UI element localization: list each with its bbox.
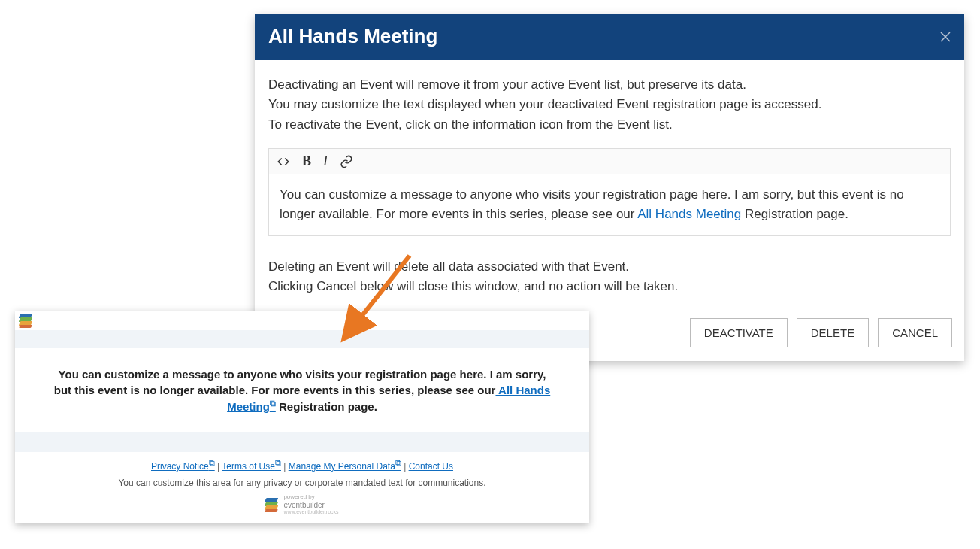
powered-text: powered by eventbuilder www.eventbuilder… — [283, 494, 338, 514]
powered-brand: eventbuilder — [283, 501, 338, 509]
bold-button[interactable]: B — [302, 153, 311, 169]
manage-data-link[interactable]: Manage My Personal Data⧉ — [289, 461, 401, 472]
powered-label: powered by — [283, 494, 338, 501]
link-button[interactable] — [340, 155, 353, 168]
post-line1: Deleting an Event will delete all data a… — [268, 257, 951, 277]
editor-text-after: Registration page. — [741, 207, 848, 221]
separator: | — [215, 461, 222, 472]
external-link-icon: ⧉ — [275, 458, 281, 467]
contact-link[interactable]: Contact Us — [409, 461, 453, 472]
editor-toolbar: B I — [269, 149, 950, 174]
footer-disclaimer: You can customize this area for any priv… — [23, 478, 582, 488]
eventbuilder-logo-icon — [265, 498, 279, 511]
preview-footer: Privacy Notice⧉ | Terms of Use⧉ | Manage… — [15, 452, 589, 523]
post-line2: Clicking Cancel below will close this wi… — [268, 277, 951, 296]
external-link-icon: ⧉ — [270, 399, 276, 408]
external-link-icon: ⧉ — [395, 458, 401, 467]
registration-preview: You can customize a message to anyone wh… — [15, 311, 589, 523]
preview-topbar — [15, 311, 589, 330]
preview-text-before: You can customize a message to anyone wh… — [54, 368, 546, 396]
intro-line3: To reactivate the Event, click on the in… — [268, 115, 951, 135]
link-icon — [340, 155, 353, 168]
preview-band-top — [15, 330, 589, 348]
modal-body: Deactivating an Event will remove it fro… — [255, 60, 964, 308]
deactivate-modal: All Hands Meeting Deactivating an Event … — [255, 14, 964, 361]
privacy-link[interactable]: Privacy Notice⧉ — [151, 461, 215, 472]
intro-text: Deactivating an Event will remove it fro… — [268, 75, 951, 135]
separator: | — [401, 461, 409, 472]
preview-text-after: Registration page. — [276, 400, 377, 413]
italic-button[interactable]: I — [323, 153, 328, 169]
preview-message: You can customize a message to anyone wh… — [15, 348, 589, 432]
logo-icon — [20, 314, 35, 329]
powered-url: www.eventbuilder.rocks — [283, 509, 338, 515]
separator: | — [281, 461, 289, 472]
intro-line2: You may customize the text displayed whe… — [268, 95, 951, 114]
footer-links: Privacy Notice⧉ | Terms of Use⧉ | Manage… — [23, 458, 582, 472]
close-icon — [940, 32, 951, 42]
code-button[interactable] — [277, 155, 290, 168]
external-link-icon: ⧉ — [209, 458, 215, 467]
cancel-button[interactable]: CANCEL — [878, 318, 952, 347]
preview-band-bottom — [15, 432, 589, 452]
modal-header: All Hands Meeting — [255, 14, 964, 60]
richtext-editor: B I You can customize a message to anyon… — [268, 148, 951, 236]
close-button[interactable] — [940, 29, 951, 44]
deactivate-button[interactable]: DEACTIVATE — [690, 318, 788, 347]
delete-button[interactable]: DELETE — [797, 318, 869, 347]
terms-link[interactable]: Terms of Use⧉ — [222, 461, 281, 472]
editor-link[interactable]: All Hands Meeting — [637, 207, 741, 221]
intro-line1: Deactivating an Event will remove it fro… — [268, 75, 951, 95]
modal-title: All Hands Meeting — [268, 25, 437, 48]
code-icon — [277, 155, 290, 168]
powered-by: powered by eventbuilder www.eventbuilder… — [23, 494, 582, 514]
post-text: Deleting an Event will delete all data a… — [268, 257, 951, 297]
editor-content[interactable]: You can customize a message to anyone wh… — [269, 174, 950, 235]
